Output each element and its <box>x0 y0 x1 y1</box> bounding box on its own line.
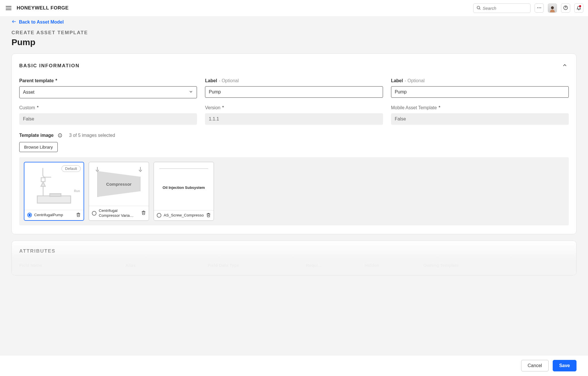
label2-input[interactable] <box>391 86 569 98</box>
attributes-title: ATTRIBUTES <box>19 248 569 254</box>
delete-image-button[interactable] <box>141 210 146 216</box>
label1-input[interactable] <box>205 86 383 98</box>
attributes-card: ATTRIBUTES Field Name Alias Field Data T… <box>11 241 577 275</box>
label1-label: Label <box>205 78 217 83</box>
attributes-header-row: Field Name Alias Field Data Type Requi… … <box>19 263 569 268</box>
oil-preview-label: Oil Injection Subsystem <box>159 168 208 199</box>
svg-point-10 <box>60 134 60 135</box>
label2-label: Label <box>391 78 403 83</box>
image-radio[interactable] <box>157 213 161 218</box>
template-image-card[interactable]: Compressor Centrifugal Compressor Varia… <box>89 162 149 221</box>
search-icon <box>476 5 483 11</box>
custom-label: Custom <box>19 105 35 110</box>
custom-field: Custom * False <box>19 105 197 125</box>
col-field-name: Field Name <box>19 263 122 268</box>
parent-template-select[interactable]: Asset <box>19 86 197 98</box>
notifications-button[interactable] <box>574 3 583 13</box>
mobile-template-field: Mobile Asset Template * False <box>391 105 569 125</box>
col-required: Requi… <box>306 263 361 268</box>
footer-bar: Cancel Save <box>0 355 588 376</box>
mobile-label: Mobile Asset Template <box>391 105 437 110</box>
browse-library-button[interactable]: Browse Library <box>19 142 58 152</box>
image-preview: Oil Injection Subsystem <box>154 162 214 210</box>
svg-point-0 <box>477 6 480 9</box>
svg-point-3 <box>539 7 540 8</box>
svg-point-6 <box>565 9 566 9</box>
arrow-left-icon <box>11 19 17 25</box>
image-name: Centrifugal Compressor Varia… <box>99 208 139 218</box>
search-input[interactable] <box>483 6 537 11</box>
col-hidden: Hidden <box>365 263 420 268</box>
parent-template-field: Parent template * Asset <box>19 78 197 98</box>
template-image-tray: Default Run <box>19 157 569 225</box>
delete-image-button[interactable] <box>76 212 81 218</box>
col-alias: Alias <box>125 263 204 268</box>
label1-optional: - Optional <box>219 78 239 83</box>
chevron-up-icon <box>562 64 568 69</box>
svg-point-4 <box>540 7 541 8</box>
template-image-count: 3 of 5 images selected <box>69 133 115 138</box>
more-icon <box>537 5 542 11</box>
notification-dot <box>579 5 581 7</box>
help-icon <box>563 5 568 11</box>
mobile-value: False <box>391 113 569 125</box>
more-button[interactable] <box>535 3 544 13</box>
custom-value: False <box>19 113 197 125</box>
col-datatype: Field Data Type <box>208 263 302 268</box>
template-image-card[interactable]: Oil Injection Subsystem AS_Screw_Compres… <box>154 162 214 221</box>
image-name: CentrifugalPump <box>34 213 74 218</box>
template-image-card[interactable]: Default Run <box>24 162 84 221</box>
parent-template-label: Parent template <box>19 78 54 83</box>
label-field-2: Label - Optional <box>391 78 569 98</box>
topbar: HONEYWELL FORGE <box>0 0 588 16</box>
svg-text:Run: Run <box>74 189 80 193</box>
label2-optional: - Optional <box>405 78 424 83</box>
menu-button[interactable] <box>5 4 13 12</box>
search-input-wrap[interactable] <box>473 3 531 13</box>
template-image-label: Template image <box>19 133 54 138</box>
version-label: Version <box>205 105 220 110</box>
image-preview: Compressor <box>89 162 149 206</box>
page-title: Pump <box>11 37 577 47</box>
cancel-button[interactable]: Cancel <box>521 360 549 371</box>
user-avatar[interactable] <box>548 3 557 13</box>
page-eyebrow: CREATE ASSET TEMPLATE <box>11 30 577 36</box>
delete-image-button[interactable] <box>206 213 211 218</box>
chevron-down-icon <box>189 89 193 95</box>
col-actions <box>521 263 569 268</box>
basic-info-title: BASIC INFORMATION <box>19 63 80 69</box>
image-radio[interactable] <box>92 211 96 216</box>
col-owning-template: Owning Template <box>423 263 518 268</box>
svg-rect-14 <box>50 194 61 197</box>
label-field-1: Label - Optional <box>205 78 383 98</box>
brand-logo: HONEYWELL FORGE <box>17 5 69 11</box>
default-badge: Default <box>61 165 81 172</box>
compressor-label: Compressor <box>97 171 140 197</box>
back-link[interactable]: Back to Asset Model <box>11 19 577 25</box>
svg-point-2 <box>537 7 538 8</box>
svg-rect-13 <box>37 196 71 203</box>
image-name: AS_Screw_Compressor_Oil_Injected_V… <box>164 213 204 218</box>
help-button[interactable] <box>561 3 570 13</box>
basic-info-card: BASIC INFORMATION Parent template * Asse… <box>11 53 577 234</box>
version-value: 1.1.1 <box>205 113 383 125</box>
version-field: Version * 1.1.1 <box>205 105 383 125</box>
info-icon[interactable] <box>58 133 62 138</box>
back-link-label: Back to Asset Model <box>19 20 64 25</box>
svg-line-1 <box>479 9 480 9</box>
save-button[interactable]: Save <box>553 360 577 371</box>
image-radio[interactable] <box>27 213 32 217</box>
parent-template-value: Asset <box>23 90 34 95</box>
collapse-button[interactable] <box>561 61 569 70</box>
